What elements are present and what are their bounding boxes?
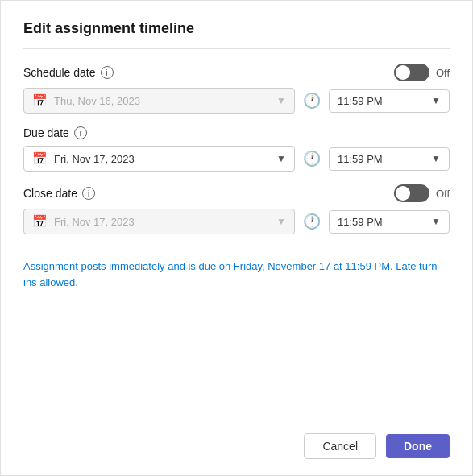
schedule-date-value: Thu, Nov 16, 2023 xyxy=(54,95,270,107)
schedule-date-label: Schedule date xyxy=(23,66,96,79)
schedule-time-value: 11:59 PM xyxy=(338,95,428,107)
schedule-date-info-icon[interactable]: i xyxy=(101,66,114,79)
close-date-label: Close date xyxy=(23,187,77,200)
close-clock-icon: 🕐 xyxy=(303,213,321,230)
edit-assignment-dialog: Edit assignment timeline Schedule date i… xyxy=(0,0,473,476)
schedule-calendar-icon: 📅 xyxy=(32,93,48,108)
due-date-fields: 📅 Fri, Nov 17, 2023 ▼ 🕐 11:59 PM ▼ xyxy=(23,146,450,172)
close-date-toggle-knob xyxy=(396,186,410,201)
schedule-date-toggle[interactable] xyxy=(394,64,429,81)
close-date-value: Fri, Nov 17, 2023 xyxy=(54,216,270,228)
schedule-date-header: Schedule date i Off xyxy=(23,64,450,81)
schedule-date-label-group: Schedule date i xyxy=(23,66,114,79)
cancel-button[interactable]: Cancel xyxy=(304,433,376,459)
due-time-chevron-icon: ▼ xyxy=(431,153,441,164)
schedule-date-section: Schedule date i Off 📅 Thu, Nov 16, 2023 … xyxy=(23,64,450,114)
schedule-date-toggle-label: Off xyxy=(436,67,450,79)
schedule-date-toggle-knob xyxy=(396,65,410,80)
schedule-date-fields: 📅 Thu, Nov 16, 2023 ▼ 🕐 11:59 PM ▼ xyxy=(23,88,450,114)
close-date-toggle-label: Off xyxy=(436,188,450,200)
schedule-date-picker[interactable]: 📅 Thu, Nov 16, 2023 ▼ xyxy=(23,88,295,114)
due-date-section: Due date i 📅 Fri, Nov 17, 2023 ▼ 🕐 11:59… xyxy=(23,126,450,172)
schedule-time-chevron-icon: ▼ xyxy=(431,95,441,106)
close-date-toggle-group: Off xyxy=(394,184,450,202)
dialog-footer: Cancel Done xyxy=(23,420,450,459)
due-time-value: 11:59 PM xyxy=(338,153,428,165)
due-time-picker[interactable]: 11:59 PM ▼ xyxy=(329,147,450,171)
close-date-fields: 📅 Fri, Nov 17, 2023 ▼ 🕐 11:59 PM ▼ xyxy=(23,209,450,234)
schedule-clock-icon: 🕐 xyxy=(303,92,321,110)
close-date-info-icon[interactable]: i xyxy=(82,187,95,200)
close-date-chevron-icon: ▼ xyxy=(276,216,286,227)
done-button[interactable]: Done xyxy=(386,434,450,458)
close-date-label-group: Close date i xyxy=(23,187,95,200)
close-date-picker[interactable]: 📅 Fri, Nov 17, 2023 ▼ xyxy=(23,209,295,234)
due-date-value: Fri, Nov 17, 2023 xyxy=(54,153,270,165)
due-date-picker[interactable]: 📅 Fri, Nov 17, 2023 ▼ xyxy=(23,146,295,172)
close-date-section: Close date i Off 📅 Fri, Nov 17, 2023 ▼ 🕐… xyxy=(23,184,450,234)
due-calendar-icon: 📅 xyxy=(32,151,48,166)
due-date-info-icon[interactable]: i xyxy=(74,126,87,139)
close-calendar-icon: 📅 xyxy=(32,214,48,229)
schedule-date-toggle-group: Off xyxy=(394,64,450,81)
close-time-value: 11:59 PM xyxy=(338,216,428,228)
due-date-label-group: Due date i xyxy=(23,126,87,139)
info-message: Assignment posts immediately and is due … xyxy=(23,259,450,290)
close-time-picker[interactable]: 11:59 PM ▼ xyxy=(329,210,450,234)
schedule-time-picker[interactable]: 11:59 PM ▼ xyxy=(329,89,450,113)
close-time-chevron-icon: ▼ xyxy=(431,216,441,227)
due-date-chevron-icon: ▼ xyxy=(276,153,286,164)
close-date-toggle[interactable] xyxy=(394,184,429,202)
due-date-label: Due date xyxy=(23,126,69,139)
due-clock-icon: 🕐 xyxy=(303,150,321,168)
dialog-title: Edit assignment timeline xyxy=(23,20,450,49)
schedule-date-chevron-icon: ▼ xyxy=(276,95,286,106)
due-date-header: Due date i xyxy=(23,126,450,139)
close-date-header: Close date i Off xyxy=(23,184,450,202)
